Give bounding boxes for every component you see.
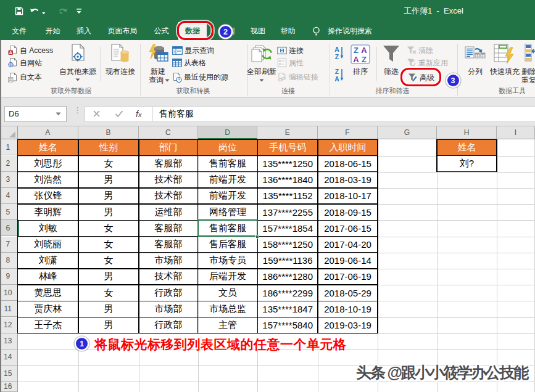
svg-text:Z: Z [362, 55, 367, 64]
svg-text:A: A [361, 46, 367, 55]
svg-text:Z: Z [335, 53, 339, 60]
svg-text:Z: Z [335, 68, 339, 75]
svg-text:A: A [9, 51, 12, 55]
svg-text:Z: Z [354, 46, 359, 55]
svg-text:A: A [334, 75, 339, 83]
svg-text:A: A [334, 46, 339, 53]
svg-text:A: A [353, 55, 359, 64]
